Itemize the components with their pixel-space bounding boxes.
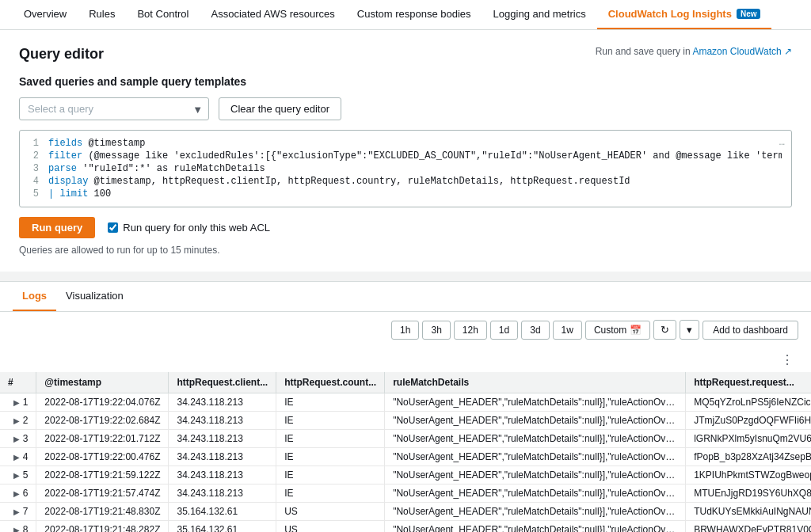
row-expand[interactable]: ▶5 (0, 466, 36, 484)
row-expand[interactable]: ▶8 (0, 521, 36, 533)
tab-rules[interactable]: Rules (78, 0, 126, 29)
time-custom-button[interactable]: Custom 📅 (585, 321, 650, 340)
cell-ip: 34.243.118.213 (169, 484, 276, 503)
expand-icon: ▶ (13, 435, 20, 443)
cell-requestid: 1KPIUhPkmtSTWZogBweopVl (686, 466, 811, 484)
row-expand[interactable]: ▶3 (0, 430, 36, 448)
cell-ip: 35.164.132.61 (169, 521, 276, 533)
cell-requestid: lGRNkPXlm5yIsnuQm2VU6Xt (686, 430, 811, 448)
tab-overview[interactable]: Overview (13, 0, 78, 29)
query-editor-title: Query editor (19, 46, 104, 63)
table-row: ▶72022-08-17T19:21:48.830Z35.164.132.61U… (0, 503, 811, 521)
cell-ip: 34.243.118.213 (169, 430, 276, 448)
cell-ip: 34.243.118.213 (169, 448, 276, 466)
web-acl-checkbox-label[interactable]: Run query for only this web ACL (108, 222, 270, 234)
expand-icon: ▶ (13, 471, 20, 480)
cell-country: US (276, 503, 385, 521)
time-3h-button[interactable]: 3h (422, 321, 450, 340)
line-code-2: filter (@message like 'excludedRules':[{… (48, 150, 782, 162)
three-dot-menu-button[interactable]: ⋮ (776, 351, 798, 369)
cell-timestamp: 2022-08-17T19:22:04.076Z (36, 393, 169, 412)
clear-query-button[interactable]: Clear the query editor (219, 97, 341, 120)
line-number-4: 4 (20, 176, 48, 187)
col-header-requestid: httpRequest.request... (686, 372, 811, 393)
row-expand[interactable]: ▶1 (0, 393, 36, 412)
row-expand[interactable]: ▶4 (0, 448, 36, 466)
table-row: ▶42022-08-17T19:22:00.476Z34.243.118.213… (0, 448, 811, 466)
refresh-button[interactable]: ↻ (653, 320, 676, 340)
more-time-options-button[interactable]: ▾ (680, 320, 699, 340)
scroll-hint: … (779, 137, 785, 148)
tab-bot-control[interactable]: Bot Control (126, 0, 200, 29)
amazon-cloudwatch-link[interactable]: Amazon CloudWatch ↗ (692, 46, 792, 57)
expand-icon: ▶ (13, 507, 20, 516)
line-number-3: 3 (20, 163, 48, 174)
cell-country: IE (276, 448, 385, 466)
cell-requestid: BRWHAWXDeEyPTR81V0C7Bt2 (686, 521, 811, 533)
new-badge: New (737, 9, 761, 19)
line-number-1: 1 (20, 138, 48, 149)
time-3d-button[interactable]: 3d (521, 321, 549, 340)
tab-custom-response[interactable]: Custom response bodies (346, 0, 482, 29)
results-table: # @timestamp httpRequest.client... httpR… (0, 372, 811, 532)
cell-ip: 34.243.118.213 (169, 393, 276, 412)
cell-ip: 35.164.132.61 (169, 503, 276, 521)
table-body: ▶12022-08-17T19:22:04.076Z34.243.118.213… (0, 393, 811, 533)
col-header-num: # (0, 372, 36, 393)
table-header: # @timestamp httpRequest.client... httpR… (0, 372, 811, 393)
time-12h-button[interactable]: 12h (454, 321, 487, 340)
add-dashboard-button[interactable]: Add to dashboard (702, 321, 798, 340)
cell-requestid: fPopB_b3p28XzAtj34ZsepB (686, 448, 811, 466)
line-number-2: 2 (20, 150, 48, 162)
row-expand[interactable]: ▶2 (0, 412, 36, 430)
row-expand[interactable]: ▶7 (0, 503, 36, 521)
line-code-5: | limit 100 (48, 188, 111, 200)
time-1d-button[interactable]: 1d (490, 321, 518, 340)
cell-requestid: JTmjZuS0PzgdOQFWFIi6HZ (686, 412, 811, 430)
cell-country: IE (276, 466, 385, 484)
tab-cloudwatch[interactable]: CloudWatch Log Insights New (597, 0, 772, 29)
cell-country: IE (276, 393, 385, 412)
table-row: ▶12022-08-17T19:22:04.076Z34.243.118.213… (0, 393, 811, 412)
main-content: Query editor Run and save query in Amazo… (0, 30, 811, 272)
query-editor-header: Query editor Run and save query in Amazo… (19, 46, 792, 63)
table-row: ▶82022-08-17T19:21:48.282Z35.164.132.61U… (0, 521, 811, 533)
table-container: # @timestamp httpRequest.client... httpR… (0, 372, 811, 532)
cell-timestamp: 2022-08-17T19:21:48.282Z (36, 521, 169, 533)
external-link-icon: ↗ (784, 46, 792, 57)
select-query-dropdown[interactable]: Select a query (19, 97, 209, 120)
expand-icon: ▶ (13, 453, 20, 462)
run-save-prefix: Run and save query in (596, 46, 691, 57)
expand-icon: ▶ (13, 416, 20, 425)
cell-rule: "NoUserAgent_HEADER","ruleMatchDetails":… (385, 412, 686, 430)
expand-icon: ▶ (13, 489, 20, 498)
select-query-container: Select a query ▼ (19, 97, 209, 120)
time-1h-button[interactable]: 1h (391, 321, 419, 340)
tab-associated-aws[interactable]: Associated AWS resources (200, 0, 345, 29)
cell-timestamp: 2022-08-17T19:21:57.474Z (36, 484, 169, 503)
run-save-link: Run and save query in Amazon CloudWatch … (596, 46, 792, 57)
code-line-2: 2 filter (@message like 'excludedRules':… (20, 150, 791, 162)
code-lines: 1 fields @timestamp 2 filter (@message l… (20, 131, 791, 207)
run-query-button[interactable]: Run query (19, 217, 95, 238)
tab-logs[interactable]: Logs (13, 282, 56, 311)
cell-rule: "NoUserAgent_HEADER","ruleMatchDetails":… (385, 393, 686, 412)
expand-icon: ▶ (13, 526, 20, 532)
tab-logging-metrics[interactable]: Logging and metrics (482, 0, 597, 29)
code-editor[interactable]: 1 fields @timestamp 2 filter (@message l… (19, 130, 792, 207)
time-controls: 1h 3h 12h 1d 3d 1w Custom 📅 ↻ ▾ Add to d… (0, 312, 811, 348)
col-header-timestamp: @timestamp (36, 372, 169, 393)
table-row: ▶22022-08-17T19:22:02.684Z34.243.118.213… (0, 412, 811, 430)
cell-requestid: MTUEnJjgRD19SY6UhXQ8-vf (686, 484, 811, 503)
cell-country: IE (276, 484, 385, 503)
time-1w-button[interactable]: 1w (553, 321, 582, 340)
tab-visualization[interactable]: Visualization (56, 282, 133, 311)
cell-country: IE (276, 430, 385, 448)
query-controls: Select a query ▼ Clear the query editor (19, 97, 792, 120)
web-acl-checkbox[interactable] (108, 222, 118, 233)
col-header-rule: ruleMatchDetails (385, 372, 686, 393)
code-line-3: 3 parse '"ruleId":*' as ruleMatchDetails (20, 162, 791, 175)
table-row: ▶32022-08-17T19:22:01.712Z34.243.118.213… (0, 430, 811, 448)
table-header-row: # @timestamp httpRequest.client... httpR… (0, 372, 811, 393)
row-expand[interactable]: ▶6 (0, 484, 36, 503)
